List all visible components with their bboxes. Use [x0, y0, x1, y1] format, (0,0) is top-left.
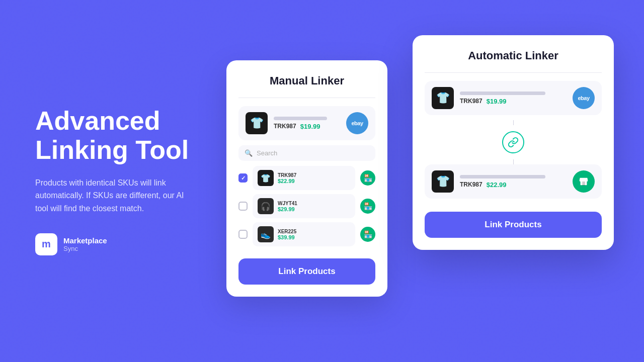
link-connector: [425, 131, 602, 153]
store-badge-2: 🏪: [360, 199, 375, 214]
store-icon: 🏪: [364, 230, 372, 238]
tshirt-icon: 👕: [261, 173, 271, 183]
store-icon: [578, 176, 589, 187]
auto-bottom-thumb: 👕: [432, 170, 454, 193]
manual-top-info: TRK987 $19.99: [274, 117, 340, 130]
auto-linker-title: Automatic Linker: [425, 49, 602, 62]
mini-info-2: WJYT41 $29.99: [278, 201, 350, 212]
list-item[interactable]: 👕 TRK987 $22.99 🏪: [238, 166, 375, 190]
connector-line-top: [513, 120, 514, 125]
checkbox-2[interactable]: [238, 202, 248, 211]
auto-bottom-product: 👕 TRK987 $22.99: [425, 164, 602, 199]
tshirt-icon: 👕: [436, 92, 450, 105]
mini-thumb-3: 👟: [258, 226, 274, 242]
auto-top-thumb: 👕: [432, 87, 454, 109]
list-item[interactable]: 👟 XER225 $39.99 🏪: [238, 222, 375, 246]
auto-top-price: $19.99: [487, 98, 507, 105]
list-product-3: 👟 XER225 $39.99: [253, 222, 355, 246]
store-icon: 🏪: [364, 202, 372, 210]
mini-thumb-1: 👕: [258, 170, 274, 186]
automatic-linker-card: Automatic Linker 👕 TRK987 $19.99 e: [413, 35, 614, 250]
auto-top-badge-ebay: ebay: [573, 87, 595, 109]
mini-price-2: $29.99: [278, 206, 350, 212]
list-product-2: 🎧 WJYT41 $29.99: [253, 194, 355, 218]
mini-sku-3: XER225: [278, 229, 350, 234]
link-connector-wrapper: [425, 120, 602, 164]
right-section: Manual Linker 👕 TRK987 $19.99 ebay: [211, 0, 644, 362]
brand-sub: Sync: [63, 245, 107, 252]
manual-search-bar[interactable]: 🔍 Search: [238, 145, 375, 161]
search-icon: 🔍: [245, 149, 253, 157]
store-icon: 🏪: [364, 174, 372, 182]
auto-top-info: TRK987 $19.99: [460, 92, 567, 105]
main-title: Advanced Linking Tool: [35, 107, 211, 164]
list-item[interactable]: 🎧 WJYT41 $29.99 🏪: [238, 194, 375, 218]
shoe-icon: 👟: [261, 230, 271, 239]
mini-price-3: $39.99: [278, 234, 350, 240]
store-badge-3: 🏪: [360, 227, 375, 242]
auto-bottom-sku: TRK987: [460, 181, 482, 188]
manual-divider: [238, 98, 375, 98]
manual-top-badge-ebay: ebay: [346, 112, 368, 134]
manual-top-sku: TRK987: [274, 123, 296, 130]
checkbox-1[interactable]: [238, 173, 248, 183]
auto-bottom-price: $22.99: [487, 181, 507, 189]
mini-info-1: TRK987 $22.99: [278, 172, 350, 184]
tshirt-icon: 👕: [250, 117, 264, 130]
manual-top-price: $19.99: [300, 123, 320, 130]
auto-top-product: 👕 TRK987 $19.99 ebay: [425, 81, 602, 115]
tshirt-icon: 👕: [436, 175, 450, 188]
logo-icon: m: [35, 233, 57, 255]
manual-link-products-button[interactable]: Link Products: [238, 258, 375, 285]
manual-linker-title: Manual Linker: [238, 74, 375, 87]
manual-top-product: 👕 TRK987 $19.99 ebay: [238, 106, 375, 140]
auto-link-products-button[interactable]: Link Products: [425, 212, 602, 238]
mini-sku-2: WJYT41: [278, 201, 350, 206]
mini-info-3: XER225 $39.99: [278, 229, 350, 240]
brand-text: Marketplace Sync: [63, 236, 107, 252]
checkbox-3[interactable]: [238, 230, 248, 239]
mini-sku-1: TRK987: [278, 172, 350, 178]
auto-bottom-info: TRK987 $22.99: [460, 175, 567, 189]
brand-logo: m Marketplace Sync: [35, 233, 211, 255]
auto-bottom-badge-store: [573, 170, 595, 193]
list-product-1: 👕 TRK987 $22.99: [253, 166, 355, 190]
manual-top-thumb: 👕: [246, 112, 268, 134]
search-placeholder: Search: [257, 149, 277, 157]
manual-linker-card: Manual Linker 👕 TRK987 $19.99 ebay: [226, 60, 387, 297]
connector-line-bottom: [513, 159, 514, 164]
headphones-icon: 🎧: [261, 202, 271, 211]
link-circle: [502, 131, 524, 153]
store-badge-1: 🏪: [360, 170, 375, 186]
left-section: Advanced Linking Tool Products with iden…: [0, 107, 211, 255]
auto-top-sku: TRK987: [460, 98, 482, 105]
auto-divider: [425, 72, 602, 73]
brand-name: Marketplace: [63, 236, 107, 245]
mini-price-1: $22.99: [278, 178, 350, 184]
mini-thumb-2: 🎧: [258, 198, 274, 214]
description: Products with identical SKUs will link a…: [35, 176, 191, 215]
link-icon: [508, 137, 519, 148]
